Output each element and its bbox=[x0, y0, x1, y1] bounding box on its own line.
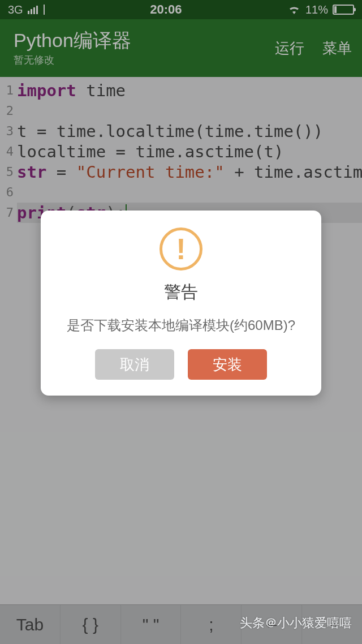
cancel-button[interactable]: 取消 bbox=[95, 349, 174, 380]
watermark-text: 头条＠小小猿爱嘻嘻 bbox=[240, 615, 352, 632]
warning-dialog: ! 警告 是否下载安装本地编译模块(约60MB)? 取消 安装 bbox=[41, 211, 321, 396]
warning-icon: ! bbox=[160, 227, 202, 271]
install-button[interactable]: 安装 bbox=[188, 349, 267, 380]
dialog-message: 是否下载安装本地编译模块(约60MB)? bbox=[58, 316, 304, 334]
dialog-title: 警告 bbox=[58, 281, 304, 304]
watermark: 头条＠小小猿爱嘻嘻 bbox=[240, 615, 352, 632]
